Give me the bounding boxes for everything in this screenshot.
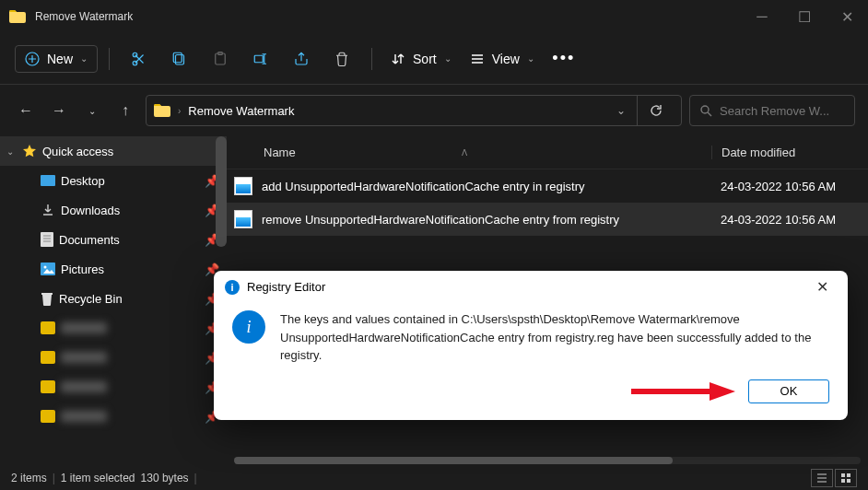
delete-button[interactable] [323, 42, 360, 76]
sidebar-item-label: Documents [59, 233, 120, 247]
sort-button[interactable]: Sort ⌄ [383, 46, 459, 72]
chevron-down-icon: ⌄ [444, 53, 452, 64]
sidebar-item-pictures[interactable]: Pictures 📌 [0, 254, 227, 284]
copy-button[interactable] [161, 42, 198, 76]
sidebar-item-label: Downloads [61, 204, 120, 217]
sidebar-quick-access[interactable]: ⌄ Quick access [0, 136, 227, 166]
minimize-button[interactable]: ─ [741, 0, 783, 33]
star-icon [22, 144, 37, 158]
cut-button[interactable] [121, 42, 158, 76]
svg-point-8 [701, 106, 709, 113]
chevron-down-icon: ⌄ [80, 53, 88, 64]
new-button[interactable]: New ⌄ [15, 45, 98, 73]
dialog-message: The keys and values contained in C:\User… [280, 310, 829, 365]
registry-editor-dialog: i Registry Editor ✕ i The keys and value… [214, 271, 848, 420]
new-label: New [47, 52, 73, 66]
download-icon [41, 203, 55, 217]
column-name[interactable]: Nameᐱ [227, 146, 711, 159]
thumbnails-view-button[interactable] [835, 469, 857, 487]
breadcrumb[interactable]: Remove Watermark [188, 104, 294, 118]
svg-rect-9 [41, 175, 55, 186]
sidebar-item-downloads[interactable]: Downloads 📌 [0, 195, 227, 225]
sort-label: Sort [413, 52, 437, 66]
plus-circle-icon [25, 52, 40, 66]
scrollbar-thumb[interactable] [234, 457, 673, 464]
maximize-button[interactable]: ☐ [783, 0, 826, 33]
column-date[interactable]: Date modified [711, 146, 868, 159]
horizontal-scrollbar[interactable] [234, 457, 861, 464]
scrollbar-thumb[interactable] [216, 136, 227, 247]
reg-file-icon [234, 177, 252, 195]
file-row[interactable]: add UnsupportedHardwareNotificationCache… [227, 169, 868, 203]
svg-rect-10 [41, 232, 53, 247]
titlebar: Remove Watermark ─ ☐ ✕ [0, 0, 868, 33]
sort-indicator-icon: ᐱ [462, 148, 467, 158]
status-bar: 2 items | 1 item selected 130 bytes | [0, 466, 868, 490]
info-icon: i [232, 310, 265, 344]
file-date: 24-03-2022 10:56 AM [711, 213, 868, 227]
chevron-down-icon[interactable]: ⌄ [4, 146, 17, 157]
view-label: View [492, 52, 520, 66]
annotation-arrow [627, 380, 737, 402]
view-icon [470, 52, 485, 66]
sidebar-item-recyclebin[interactable]: Recycle Bin 📌 [0, 284, 227, 313]
svg-point-12 [44, 266, 47, 269]
sidebar-item-desktop[interactable]: Desktop 📌 [0, 166, 227, 195]
column-headers: Nameᐱ Date modified [227, 136, 868, 169]
share-button[interactable] [283, 42, 320, 76]
document-icon [41, 232, 53, 247]
search-input[interactable]: Search Remove W... [689, 95, 855, 126]
window-title: Remove Watermark [35, 10, 133, 23]
chevron-down-icon: ⌄ [527, 53, 534, 64]
svg-rect-16 [841, 479, 845, 483]
details-view-button[interactable] [811, 469, 833, 487]
search-placeholder: Search Remove W... [720, 104, 829, 118]
sort-icon [391, 52, 405, 66]
file-date: 24-03-2022 10:56 AM [711, 180, 868, 193]
chevron-right-icon: › [178, 106, 181, 116]
back-button[interactable]: ← [13, 96, 39, 125]
dialog-close-button[interactable]: ✕ [807, 278, 837, 296]
pictures-icon [41, 262, 55, 275]
close-button[interactable]: ✕ [826, 0, 868, 33]
rename-button[interactable] [242, 42, 279, 76]
svg-rect-13 [41, 293, 53, 295]
svg-rect-3 [176, 54, 184, 64]
view-button[interactable]: View ⌄ [463, 46, 542, 72]
svg-rect-14 [841, 473, 845, 477]
svg-rect-17 [847, 479, 850, 483]
file-name: add UnsupportedHardwareNotificationCache… [262, 180, 711, 193]
paste-button[interactable] [202, 42, 239, 76]
chevron-down-icon[interactable]: ⌄ [616, 104, 626, 117]
sidebar-item-label: Desktop [61, 174, 105, 188]
sidebar-item-documents[interactable]: Documents 📌 [0, 225, 227, 254]
svg-rect-7 [254, 55, 263, 63]
svg-rect-4 [173, 52, 182, 63]
sidebar-item-redacted[interactable]: 📌 [0, 402, 227, 431]
svg-rect-15 [847, 473, 850, 477]
reg-file-icon [234, 210, 252, 228]
desktop-icon [41, 175, 55, 186]
sidebar-item-label: Pictures [61, 262, 104, 276]
divider [371, 48, 372, 70]
sidebar-item-label: Recycle Bin [59, 292, 123, 306]
more-button[interactable]: ••• [545, 42, 582, 76]
sidebar-item-redacted[interactable]: 📌 [0, 313, 227, 343]
file-row[interactable]: remove UnsupportedHardwareNotificationCa… [227, 203, 868, 236]
sidebar-item-label: Quick access [42, 145, 113, 158]
refresh-button[interactable] [637, 95, 674, 126]
dialog-title: Registry Editor [247, 280, 325, 294]
toolbar: New ⌄ Sort ⌄ View ⌄ ••• [0, 33, 868, 85]
status-selected: 1 item selected [61, 472, 135, 484]
recent-button[interactable]: ⌄ [79, 96, 105, 125]
up-button[interactable]: ↑ [112, 96, 138, 125]
file-name: remove UnsupportedHardwareNotificationCa… [262, 213, 711, 227]
info-icon: i [225, 280, 240, 295]
address-bar[interactable]: › Remove Watermark ⌄ [146, 95, 682, 126]
sidebar-item-redacted[interactable]: 📌 [0, 343, 227, 372]
search-icon [699, 104, 712, 117]
forward-button[interactable]: → [46, 96, 72, 125]
ok-button[interactable]: OK [748, 379, 829, 403]
sidebar: ⌄ Quick access Desktop 📌 Downloads 📌 Doc… [0, 136, 227, 466]
sidebar-item-redacted[interactable]: 📌 [0, 372, 227, 402]
